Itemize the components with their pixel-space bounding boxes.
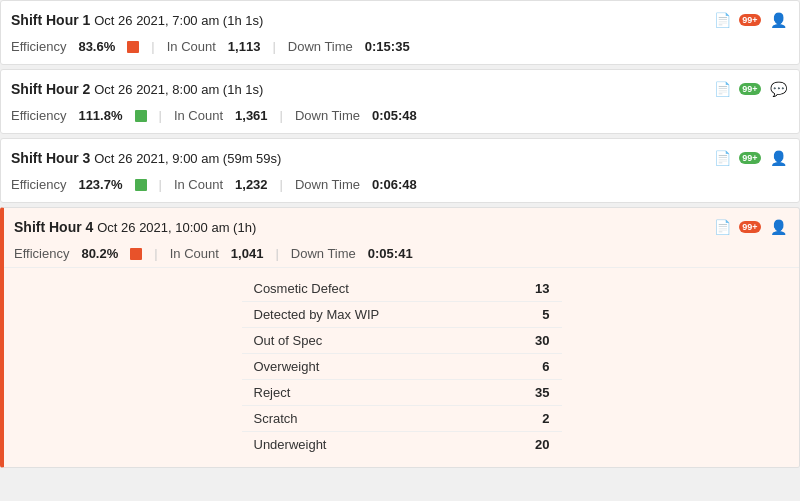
shift-stats: Efficiency 123.7% | In Count 1,232 | Dow… bbox=[1, 173, 799, 202]
shift-icon-group: 📄 99+ 💬 bbox=[711, 78, 789, 100]
in-count-label: In Count bbox=[170, 246, 219, 261]
defect-count: 6 bbox=[542, 359, 549, 374]
efficiency-label: Efficiency bbox=[11, 108, 66, 123]
shift-header: Shift Hour 2 Oct 26 2021, 8:00 am (1h 1s… bbox=[1, 70, 799, 104]
doc-icon[interactable]: 📄 bbox=[711, 78, 733, 100]
doc-icon[interactable]: 📄 bbox=[711, 147, 733, 169]
defect-row: Reject 35 bbox=[242, 380, 562, 406]
shift-title: Shift Hour 3 Oct 26 2021, 9:00 am (59m 5… bbox=[11, 150, 281, 166]
doc-icon[interactable]: 📄 bbox=[711, 216, 733, 238]
shift-icon-group: 📄 99+ 👤 bbox=[711, 216, 789, 238]
down-time-label: Down Time bbox=[295, 108, 360, 123]
defect-count: 13 bbox=[535, 281, 549, 296]
shift-hour-1: Shift Hour 1 Oct 26 2021, 7:00 am (1h 1s… bbox=[0, 0, 800, 65]
badge-icon[interactable]: 99+ bbox=[739, 9, 761, 31]
defect-name: Reject bbox=[254, 385, 291, 400]
defect-name: Scratch bbox=[254, 411, 298, 426]
defect-count: 20 bbox=[535, 437, 549, 452]
shift-header: Shift Hour 4 Oct 26 2021, 10:00 am (1h) … bbox=[4, 208, 799, 242]
shift-header: Shift Hour 1 Oct 26 2021, 7:00 am (1h 1s… bbox=[1, 1, 799, 35]
badge-icon[interactable]: 99+ bbox=[739, 78, 761, 100]
shift-hour-3: Shift Hour 3 Oct 26 2021, 9:00 am (59m 5… bbox=[0, 138, 800, 203]
efficiency-value: 80.2% bbox=[81, 246, 118, 261]
defect-name: Cosmetic Defect bbox=[254, 281, 349, 296]
chat-icon[interactable]: 💬 bbox=[767, 78, 789, 100]
defect-count: 5 bbox=[542, 307, 549, 322]
efficiency-label: Efficiency bbox=[11, 177, 66, 192]
shift-title: Shift Hour 4 Oct 26 2021, 10:00 am (1h) bbox=[14, 219, 256, 235]
efficiency-bar bbox=[135, 179, 147, 191]
defect-name: Overweight bbox=[254, 359, 320, 374]
efficiency-value: 83.6% bbox=[78, 39, 115, 54]
shift-hour-2: Shift Hour 2 Oct 26 2021, 8:00 am (1h 1s… bbox=[0, 69, 800, 134]
in-count-label: In Count bbox=[167, 39, 216, 54]
defect-count: 30 bbox=[535, 333, 549, 348]
in-count-value: 1,361 bbox=[235, 108, 268, 123]
efficiency-label: Efficiency bbox=[11, 39, 66, 54]
defect-section: Cosmetic Defect 13 Detected by Max WIP 5… bbox=[4, 267, 799, 467]
down-time-label: Down Time bbox=[291, 246, 356, 261]
person-icon[interactable]: 👤 bbox=[767, 147, 789, 169]
down-time-value: 0:05:48 bbox=[372, 108, 417, 123]
defect-count: 35 bbox=[535, 385, 549, 400]
in-count-label: In Count bbox=[174, 108, 223, 123]
shift-title: Shift Hour 1 Oct 26 2021, 7:00 am (1h 1s… bbox=[11, 12, 263, 28]
down-time-value: 0:15:35 bbox=[365, 39, 410, 54]
defect-row: Out of Spec 30 bbox=[242, 328, 562, 354]
shift-icon-group: 📄 99+ 👤 bbox=[711, 9, 789, 31]
defect-row: Cosmetic Defect 13 bbox=[242, 276, 562, 302]
person-icon[interactable]: 👤 bbox=[767, 9, 789, 31]
shift-title: Shift Hour 2 Oct 26 2021, 8:00 am (1h 1s… bbox=[11, 81, 263, 97]
in-count-label: In Count bbox=[174, 177, 223, 192]
efficiency-bar bbox=[130, 248, 142, 260]
shift-icon-group: 📄 99+ 👤 bbox=[711, 147, 789, 169]
down-time-value: 0:06:48 bbox=[372, 177, 417, 192]
in-count-value: 1,113 bbox=[228, 39, 261, 54]
badge-icon[interactable]: 99+ bbox=[739, 216, 761, 238]
defect-row: Overweight 6 bbox=[242, 354, 562, 380]
defect-name: Underweight bbox=[254, 437, 327, 452]
efficiency-label: Efficiency bbox=[14, 246, 69, 261]
efficiency-value: 111.8% bbox=[78, 108, 122, 123]
efficiency-bar bbox=[135, 110, 147, 122]
in-count-value: 1,232 bbox=[235, 177, 268, 192]
defect-name: Out of Spec bbox=[254, 333, 323, 348]
shift-stats: Efficiency 111.8% | In Count 1,361 | Dow… bbox=[1, 104, 799, 133]
down-time-label: Down Time bbox=[288, 39, 353, 54]
defect-row: Underweight 20 bbox=[242, 432, 562, 457]
down-time-value: 0:05:41 bbox=[368, 246, 413, 261]
efficiency-value: 123.7% bbox=[78, 177, 122, 192]
shift-stats: Efficiency 83.6% | In Count 1,113 | Down… bbox=[1, 35, 799, 64]
badge-icon[interactable]: 99+ bbox=[739, 147, 761, 169]
defect-table: Cosmetic Defect 13 Detected by Max WIP 5… bbox=[242, 276, 562, 467]
shift-header: Shift Hour 3 Oct 26 2021, 9:00 am (59m 5… bbox=[1, 139, 799, 173]
doc-icon[interactable]: 📄 bbox=[711, 9, 733, 31]
defect-count: 2 bbox=[542, 411, 549, 426]
down-time-label: Down Time bbox=[295, 177, 360, 192]
defect-row: Detected by Max WIP 5 bbox=[242, 302, 562, 328]
defect-row: Scratch 2 bbox=[242, 406, 562, 432]
shift-hour-4: Shift Hour 4 Oct 26 2021, 10:00 am (1h) … bbox=[0, 207, 800, 468]
efficiency-bar bbox=[127, 41, 139, 53]
defect-name: Detected by Max WIP bbox=[254, 307, 380, 322]
person-icon[interactable]: 👤 bbox=[767, 216, 789, 238]
in-count-value: 1,041 bbox=[231, 246, 264, 261]
